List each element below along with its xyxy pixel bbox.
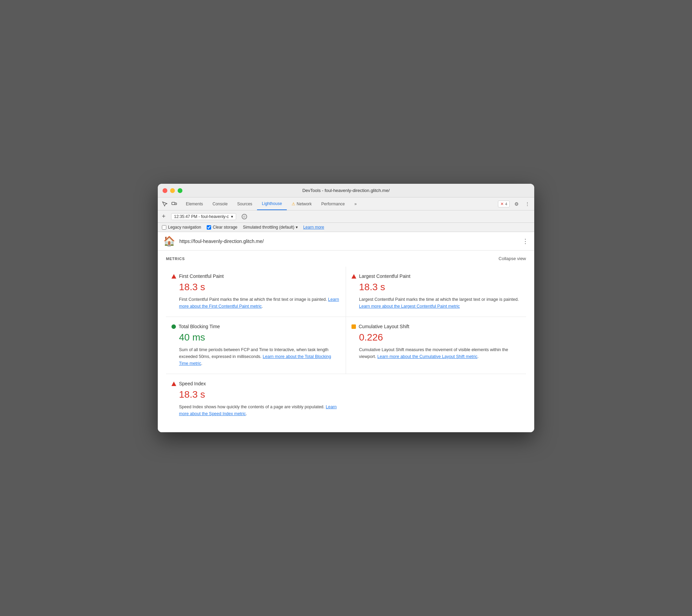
metric-si-header: Speed Index [171, 381, 341, 386]
minimize-button[interactable] [170, 188, 175, 193]
learn-more-link[interactable]: Learn more [303, 225, 324, 230]
error-count: 4 [505, 202, 507, 206]
no-throttle-icon[interactable]: ⊘ [242, 214, 247, 219]
error-badge[interactable]: ✕ 4 [498, 201, 510, 207]
timestamp-area[interactable]: 12:35:47 PM - foul-heavenly-c ▾ [171, 213, 236, 220]
device-icon[interactable] [170, 200, 178, 208]
tab-right-actions: ✕ 4 ⚙ ⋮ [498, 200, 531, 208]
si-name: Speed Index [179, 381, 206, 386]
url-bar: 🏠 https://foul-heavenly-direction.glitch… [158, 232, 534, 251]
throttling-select: Simulated throttling (default) ▾ [243, 225, 298, 230]
cls-description: Cumulative Layout Shift measures the mov… [359, 346, 521, 360]
metric-cls: Cumulative Layout Shift 0.226 Cumulative… [346, 317, 526, 374]
devtools-window: DevTools - foul-heavenly-direction.glitc… [158, 184, 534, 432]
lighthouse-logo-icon: 🏠 [163, 235, 175, 247]
title-bar: DevTools - foul-heavenly-direction.glitc… [158, 184, 534, 197]
lcp-indicator-icon [351, 274, 356, 279]
cls-value: 0.226 [359, 332, 521, 343]
inspect-icon[interactable] [161, 200, 169, 208]
clear-storage-label[interactable]: Clear storage [207, 225, 238, 230]
metric-cls-header: Cumulative Layout Shift [351, 324, 521, 329]
tab-network[interactable]: ⚠ Network [287, 197, 317, 210]
fcp-description: First Contentful Paint marks the time at… [179, 296, 340, 310]
collapse-view-button[interactable]: Collapse view [499, 256, 526, 261]
lcp-value: 18.3 s [359, 282, 521, 293]
add-tab-icon[interactable]: + [162, 213, 166, 220]
tab-performance[interactable]: Performance [317, 197, 350, 210]
legacy-navigation-label[interactable]: Legacy navigation [162, 225, 201, 230]
lcp-learn-more-link[interactable]: Learn more about the Largest Contentful … [359, 304, 460, 309]
lcp-description: Largest Contentful Paint marks the time … [359, 296, 521, 310]
throttling-dropdown-icon[interactable]: ▾ [296, 225, 298, 230]
cls-name: Cumulative Layout Shift [359, 324, 409, 329]
timestamp-text: 12:35:47 PM - foul-heavenly-c [174, 214, 229, 219]
network-warning-icon: ⚠ [292, 202, 295, 206]
options-row: Legacy navigation Clear storage Simulate… [158, 223, 534, 232]
error-dot-icon: ✕ [500, 202, 504, 206]
metric-tbt: Total Blocking Time 40 ms Sum of all tim… [166, 317, 346, 374]
fcp-indicator-icon [171, 274, 176, 279]
metrics-grid: First Contentful Paint 18.3 s First Cont… [166, 267, 526, 424]
tab-more[interactable]: » [350, 197, 362, 210]
kebab-menu-icon[interactable]: ⋮ [523, 200, 531, 208]
tab-lighthouse[interactable]: Lighthouse [257, 197, 287, 210]
settings-icon[interactable]: ⚙ [512, 200, 521, 208]
fcp-value: 18.3 s [179, 282, 340, 293]
tbt-name: Total Blocking Time [179, 324, 220, 329]
toolbar-row: + 12:35:47 PM - foul-heavenly-c ▾ ⊘ [158, 210, 534, 223]
tab-sources[interactable]: Sources [232, 197, 257, 210]
tab-elements[interactable]: Elements [181, 197, 208, 210]
metric-lcp: Largest Contentful Paint 18.3 s Largest … [346, 267, 526, 317]
url-text: https://foul-heavenly-direction.glitch.m… [179, 239, 518, 244]
si-indicator-icon [171, 382, 176, 386]
fcp-name: First Contentful Paint [179, 273, 224, 279]
url-more-icon[interactable]: ⋮ [522, 238, 529, 245]
maximize-button[interactable] [178, 188, 182, 193]
si-value: 18.3 s [179, 389, 341, 400]
tbt-value: 40 ms [179, 332, 340, 343]
metric-lcp-header: Largest Contentful Paint [351, 273, 521, 279]
close-button[interactable] [163, 188, 167, 193]
traffic-lights [163, 188, 182, 193]
metrics-title: METRICS [166, 257, 185, 261]
dropdown-icon[interactable]: ▾ [231, 214, 233, 219]
svg-rect-1 [175, 203, 177, 205]
svg-rect-0 [172, 202, 175, 205]
metric-fcp-header: First Contentful Paint [171, 273, 340, 279]
tab-bar: Elements Console Sources Lighthouse ⚠ Ne… [158, 197, 534, 210]
window-title: DevTools - foul-heavenly-direction.glitc… [302, 188, 389, 193]
metric-si: Speed Index 18.3 s Speed Index shows how… [166, 374, 346, 424]
legacy-navigation-checkbox[interactable] [162, 225, 166, 230]
cls-learn-more-link[interactable]: Learn more about the Cumulative Layout S… [377, 354, 478, 359]
cls-indicator-icon [351, 324, 356, 329]
tabs-container: Elements Console Sources Lighthouse ⚠ Ne… [181, 197, 498, 210]
lcp-name: Largest Contentful Paint [359, 273, 410, 279]
clear-storage-checkbox[interactable] [207, 225, 211, 230]
devtools-icons [161, 200, 178, 208]
tbt-description: Sum of all time periods between FCP and … [179, 346, 340, 367]
metrics-header: METRICS Collapse view [166, 256, 526, 261]
si-description: Speed Index shows how quickly the conten… [179, 403, 341, 417]
tbt-indicator-icon [171, 324, 176, 329]
metrics-section: METRICS Collapse view First Contentful P… [158, 251, 534, 432]
metric-tbt-header: Total Blocking Time [171, 324, 340, 329]
metric-fcp: First Contentful Paint 18.3 s First Cont… [166, 267, 346, 317]
tab-console[interactable]: Console [208, 197, 232, 210]
